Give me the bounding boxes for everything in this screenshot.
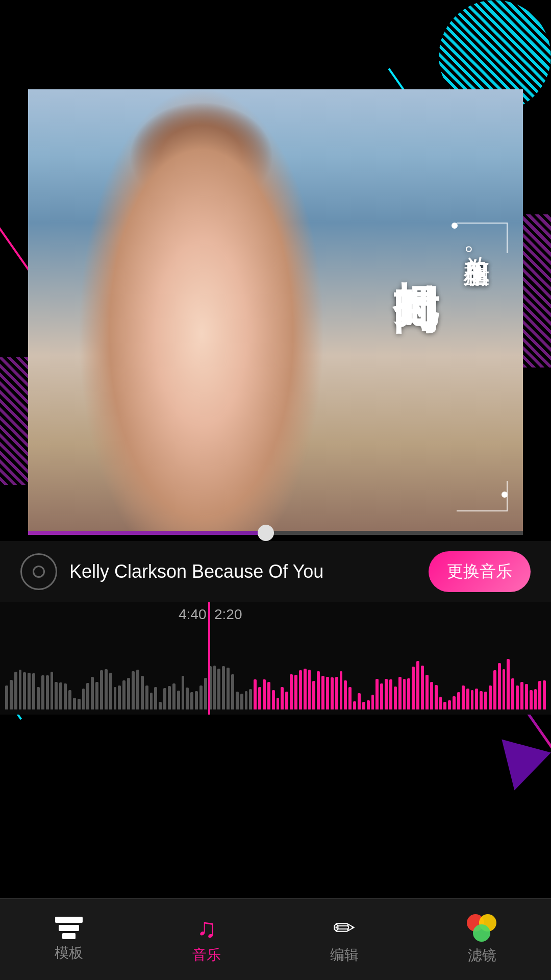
waveform-bar xyxy=(294,675,297,709)
waveform-bar xyxy=(516,685,519,709)
waveform-bar xyxy=(389,679,392,709)
pencil-icon: ✏ xyxy=(333,915,356,941)
waveform-bar xyxy=(543,680,546,709)
waveform-bar xyxy=(348,687,352,709)
waveform-bar xyxy=(326,677,329,709)
waveform-bar xyxy=(285,692,288,709)
waveform-bar xyxy=(46,675,49,709)
waveform-bar xyxy=(114,687,117,709)
waveform-bar xyxy=(145,685,148,709)
waveform-bar xyxy=(195,691,198,709)
waveform-bar xyxy=(150,693,153,709)
waveform-bar xyxy=(304,669,307,709)
deco-triangle xyxy=(490,740,551,797)
waveform-bar xyxy=(222,666,225,709)
waveform-bar xyxy=(439,697,442,709)
waveform-bar xyxy=(28,673,31,709)
waveform-bar xyxy=(358,693,361,709)
waveform-bar xyxy=(37,687,40,709)
waveform-bar xyxy=(172,683,176,709)
nav-item-edit[interactable]: ✏ 编辑 xyxy=(276,915,413,965)
music-disc-inner xyxy=(33,566,45,578)
progress-thumb[interactable] xyxy=(258,525,274,541)
waveform-container[interactable]: 4:40 2:20 xyxy=(0,602,551,715)
waveform-bar xyxy=(277,698,280,709)
filter-icon xyxy=(467,914,497,942)
waveform-bar xyxy=(213,666,216,709)
waveform-bar xyxy=(407,678,410,709)
waveform-bar xyxy=(312,681,315,709)
waveform-bar xyxy=(403,679,406,709)
waveform-bar xyxy=(217,669,220,709)
waveform-bar xyxy=(199,685,203,709)
waveform-bar xyxy=(457,692,460,709)
waveform-bar xyxy=(100,670,103,709)
photo-container: 把时间 放在相册里。 xyxy=(28,89,523,533)
waveform-bars[interactable] xyxy=(0,623,551,709)
waveform-bar xyxy=(190,692,193,709)
nav-label-filter: 滤镜 xyxy=(468,946,496,965)
waveform-bar xyxy=(59,682,62,709)
waveform-bar xyxy=(168,686,171,709)
nav-item-filter[interactable]: 滤镜 xyxy=(413,914,551,965)
waveform-bar xyxy=(32,673,35,709)
waveform-bar xyxy=(498,663,501,709)
waveform-bar xyxy=(182,676,185,709)
waveform-bar xyxy=(453,696,456,709)
waveform-bar xyxy=(511,678,514,709)
waveform-bar xyxy=(507,659,510,709)
waveform-bar xyxy=(362,702,365,709)
waveform-bar xyxy=(204,678,207,709)
waveform-bar xyxy=(331,677,334,709)
waveform-bar xyxy=(520,682,523,709)
waveform-bar xyxy=(272,690,275,709)
waveform-bar xyxy=(317,671,320,709)
waveform-bar xyxy=(281,687,284,709)
waveform-bar xyxy=(163,688,166,709)
waveform-bar xyxy=(353,701,356,709)
waveform-bar xyxy=(122,680,126,709)
waveform-bar xyxy=(78,699,81,709)
waveform-bar xyxy=(82,689,85,709)
waveform-bar xyxy=(73,698,76,709)
waveform-bar xyxy=(380,683,383,709)
playhead-line xyxy=(208,602,210,715)
waveform-bar xyxy=(430,682,433,709)
waveform-bar xyxy=(475,689,478,709)
waveform-bar xyxy=(416,661,419,709)
waveform-bar xyxy=(231,674,234,709)
photo-text-small: 放在相册里。 xyxy=(461,236,492,272)
waveform-bar xyxy=(132,671,135,709)
waveform-bar xyxy=(245,691,248,709)
photo-figure xyxy=(28,89,523,533)
waveform-bar xyxy=(308,670,311,709)
waveform-bar xyxy=(240,694,243,709)
waveform-bar xyxy=(471,690,474,709)
waveform-bar xyxy=(448,700,451,709)
nav-item-template[interactable]: 模板 xyxy=(0,917,138,963)
waveform-bar xyxy=(480,691,483,709)
waveform-bar xyxy=(5,685,8,709)
waveform-bar xyxy=(227,668,230,709)
dot-top xyxy=(452,223,458,229)
photo-text-big: 把时间 xyxy=(391,245,441,253)
waveform-bar xyxy=(525,684,528,709)
waveform-bar xyxy=(530,690,533,709)
change-music-button[interactable]: 更换音乐 xyxy=(429,551,531,592)
waveform-bar xyxy=(105,669,108,709)
progress-bar-container[interactable] xyxy=(28,531,523,535)
waveform-bar xyxy=(443,702,446,709)
nav-item-music[interactable]: ♫ 音乐 xyxy=(138,915,276,965)
waveform-bar xyxy=(86,683,89,709)
waveform-bar xyxy=(503,669,506,709)
waveform-bar xyxy=(385,679,388,709)
waveform-bar xyxy=(340,671,343,709)
nav-label-edit: 编辑 xyxy=(330,945,359,965)
waveform-bar xyxy=(435,685,438,709)
waveform-bar xyxy=(425,675,429,709)
waveform-bar xyxy=(55,682,58,709)
waveform-bar xyxy=(421,666,424,709)
waveform-bar xyxy=(321,676,324,709)
waveform-bar xyxy=(23,672,26,709)
waveform-bar xyxy=(258,687,261,709)
